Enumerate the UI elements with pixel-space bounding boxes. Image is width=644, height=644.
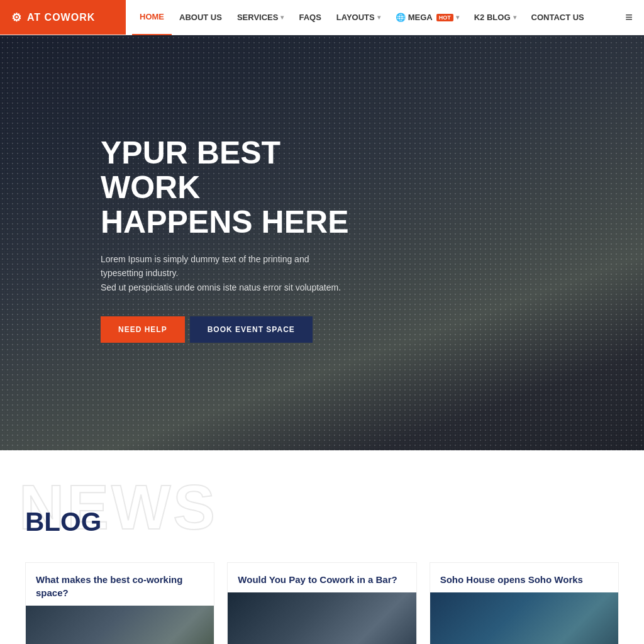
blog-card-2[interactable]: Would You Pay to Cowork in a Bar? <box>227 562 416 644</box>
nav-link-layouts[interactable]: LAYOUTS ▾ <box>329 0 388 35</box>
nav-link-k2blog[interactable]: K2 BLOG ▾ <box>467 0 524 35</box>
need-help-button[interactable]: NEED HELP <box>101 316 185 343</box>
chevron-down-icon: ▾ <box>513 14 516 21</box>
blog-card-3-image <box>430 592 618 644</box>
hero-section: YPUR BEST WORK HAPPENS HERE Lorem Ipsum … <box>0 35 644 450</box>
hero-buttons: NEED HELP BOOK EVENT SPACE <box>101 316 352 343</box>
nav-link-contact[interactable]: CONTACT US <box>524 0 592 35</box>
chevron-down-icon: ▾ <box>280 14 284 21</box>
blog-card-1-image <box>26 606 214 644</box>
logo[interactable]: ⚙ AT COWORK <box>0 0 126 35</box>
nav-item-home[interactable]: HOME <box>132 0 172 35</box>
nav-link-mega[interactable]: 🌐 MEGA HOT ▾ <box>388 0 467 35</box>
blog-card-2-image <box>228 592 416 644</box>
logo-text: AT COWORK <box>27 12 95 23</box>
hero-subtitle: Lorem Ipsum is simply dummy text of the … <box>101 252 352 294</box>
book-event-button[interactable]: BOOK EVENT SPACE <box>190 316 313 343</box>
hero-content: YPUR BEST WORK HAPPENS HERE Lorem Ipsum … <box>0 35 352 343</box>
chevron-down-icon: ▾ <box>377 14 380 21</box>
nav-link-faqs[interactable]: FAQS <box>291 0 328 35</box>
blog-section: NEWS BLOG What makes the best co-working… <box>0 450 644 644</box>
nav-item-services[interactable]: SERVICES ▾ <box>230 0 292 35</box>
blog-card-3-title: Soho House opens Soho Works <box>430 563 618 592</box>
hamburger-button[interactable]: ≡ <box>614 0 644 35</box>
navbar: ⚙ AT COWORK HOME ABOUT US SERVICES ▾ FAQ… <box>0 0 644 35</box>
globe-icon: 🌐 <box>396 13 406 22</box>
nav-item-layouts[interactable]: LAYOUTS ▾ <box>329 0 388 35</box>
nav-item-about[interactable]: ABOUT US <box>172 0 230 35</box>
blog-section-title: BLOG <box>25 488 619 537</box>
nav-link-home[interactable]: HOME <box>132 0 172 35</box>
blog-card-1-title: What makes the best co-working space? <box>26 563 214 606</box>
nav-item-k2blog[interactable]: K2 BLOG ▾ <box>467 0 524 35</box>
blog-cards-container: What makes the best co-working space? Wo… <box>25 562 619 644</box>
nav-item-faqs[interactable]: FAQS <box>291 0 328 35</box>
nav-item-mega[interactable]: 🌐 MEGA HOT ▾ <box>388 0 467 35</box>
blog-card-2-title: Would You Pay to Cowork in a Bar? <box>228 563 416 592</box>
hot-badge: HOT <box>436 14 453 21</box>
blog-heading-wrapper: NEWS BLOG <box>25 488 619 537</box>
blog-card-3[interactable]: Soho House opens Soho Works <box>430 562 619 644</box>
logo-icon: ⚙ <box>11 11 22 25</box>
hero-title: YPUR BEST WORK HAPPENS HERE <box>101 136 352 240</box>
nav-item-contact[interactable]: CONTACT US <box>524 0 592 35</box>
blog-card-1[interactable]: What makes the best co-working space? <box>25 562 214 644</box>
nav-link-services[interactable]: SERVICES ▾ <box>230 0 292 35</box>
nav-link-about[interactable]: ABOUT US <box>172 0 230 35</box>
chevron-down-icon: ▾ <box>456 14 459 21</box>
nav-links: HOME ABOUT US SERVICES ▾ FAQS LAYOUTS ▾ … <box>126 0 614 35</box>
